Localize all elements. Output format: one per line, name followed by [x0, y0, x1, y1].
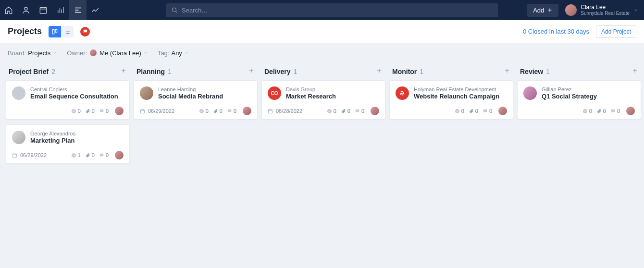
project-title: Market Research	[286, 93, 336, 100]
svg-point-7	[72, 153, 76, 157]
tag-filter-label: Tag:	[158, 49, 170, 57]
kanban-board: Project Brief2Central CopiersEmail Seque…	[0, 62, 644, 174]
card-stats: 000	[199, 107, 251, 115]
project-title: Q1 Social Strategy	[542, 93, 597, 100]
add-card-button[interactable]	[248, 67, 255, 75]
trend-icon[interactable]	[87, 0, 104, 20]
card-head: みHolyman Real Estate DevelopmentWebsite …	[396, 86, 507, 100]
client-avatar	[12, 131, 25, 144]
bars-icon[interactable]	[52, 0, 69, 20]
svg-point-11	[327, 109, 332, 113]
tasks-stat: 1	[71, 152, 81, 158]
assignee-avatar	[626, 107, 635, 115]
client-name: George Alexandros	[30, 131, 75, 136]
board-column: Project Brief2Central CopiersEmail Seque…	[6, 62, 130, 169]
board-filter-label: Board:	[8, 49, 26, 57]
project-title: Email Sequence Consultation	[30, 93, 118, 100]
column-name: Monitor	[392, 68, 417, 75]
calendar-icon[interactable]	[35, 0, 52, 20]
chat-badge[interactable]	[80, 27, 90, 37]
add-card-button[interactable]	[504, 67, 510, 75]
svg-rect-6	[12, 154, 16, 157]
user-org: Sunnydale Real Estate	[581, 11, 630, 16]
card-head: Central CopiersEmail Sequence Consultati…	[12, 86, 124, 100]
add-button[interactable]: Add	[527, 4, 558, 17]
closed-link[interactable]: 0 Closed in last 30 days	[523, 28, 589, 35]
board-column: Delivery1CODavis GroupMarket Research08/…	[261, 62, 385, 169]
search-icon	[171, 7, 178, 13]
card-stats: 000	[455, 107, 507, 115]
add-project-button[interactable]: Add Project	[596, 25, 636, 38]
column-name: Review	[520, 68, 543, 75]
card-foot: 08/28/2022000	[268, 107, 379, 115]
filter-bar: Board: Projects Owner: Me (Clara Lee) Ta…	[0, 43, 644, 62]
add-card-button[interactable]	[376, 67, 383, 75]
project-card[interactable]: George AlexandrosMarketing Plan06/29/202…	[6, 124, 130, 164]
card-head: George AlexandrosMarketing Plan	[12, 131, 124, 144]
files-stat: 0	[85, 152, 95, 158]
owner-filter[interactable]: Owner: Me (Clara Lee)	[67, 49, 148, 57]
owner-filter-label: Owner:	[67, 49, 87, 57]
user-menu[interactable]: Clara Lee Sunnydale Real Estate	[565, 4, 638, 16]
card-head: Gillian PerezQ1 Social Strategy	[523, 86, 635, 100]
project-card[interactable]: Leanne HardingSocial Media Rebrand06/29/…	[134, 80, 258, 120]
comments-stat: 0	[610, 108, 620, 114]
add-label: Add	[533, 7, 544, 14]
board-icon[interactable]	[69, 0, 87, 20]
column-count: 1	[168, 68, 172, 75]
view-toggle	[49, 26, 74, 37]
card-stats: 000	[582, 107, 635, 115]
search-input[interactable]	[182, 7, 493, 14]
add-card-button[interactable]	[120, 67, 127, 75]
card-stats: 000	[71, 107, 124, 115]
client-avatar	[140, 86, 153, 100]
project-card[interactable]: Central CopiersEmail Sequence Consultati…	[6, 80, 130, 120]
files-stat: 0	[213, 108, 223, 114]
svg-rect-4	[55, 29, 57, 32]
card-date: 08/28/2022	[268, 108, 302, 114]
tasks-stat: 0	[455, 108, 464, 114]
list-view-button[interactable]	[61, 26, 74, 37]
svg-point-0	[25, 7, 27, 10]
tag-filter[interactable]: Tag: Any	[158, 49, 189, 57]
svg-rect-10	[268, 110, 272, 113]
project-card[interactable]: Gillian PerezQ1 Social Strategy000	[517, 80, 641, 120]
column-count: 2	[51, 68, 55, 75]
comments-stat: 0	[483, 108, 492, 114]
svg-rect-1	[40, 8, 47, 13]
add-card-button[interactable]	[632, 67, 638, 75]
project-card[interactable]: CODavis GroupMarket Research08/28/202200…	[261, 80, 385, 120]
top-nav: Add Clara Lee Sunnydale Real Estate	[0, 0, 644, 20]
svg-point-12	[455, 109, 459, 113]
user-avatar	[565, 4, 577, 16]
page-header: Projects 0 Closed in last 30 days Add Pr…	[0, 20, 644, 43]
home-icon[interactable]	[0, 0, 17, 20]
chat-icon	[83, 29, 88, 34]
tasks-stat: 0	[582, 108, 592, 114]
kanban-view-button[interactable]	[49, 26, 61, 37]
client-avatar: み	[396, 86, 409, 100]
column-name: Delivery	[264, 68, 290, 75]
card-head: CODavis GroupMarket Research	[268, 86, 379, 100]
person-icon[interactable]	[17, 0, 35, 20]
column-header: Delivery1	[261, 62, 385, 80]
column-count: 1	[546, 68, 550, 75]
board-column: Monitor1みHolyman Real Estate Development…	[389, 62, 513, 169]
column-count: 1	[293, 68, 297, 75]
client-name: Davis Group	[286, 86, 336, 92]
tasks-stat: 0	[199, 108, 209, 114]
card-foot: 000	[12, 107, 124, 115]
svg-rect-3	[52, 29, 54, 34]
project-card[interactable]: みHolyman Real Estate DevelopmentWebsite …	[389, 80, 513, 120]
board-filter[interactable]: Board: Projects	[8, 49, 57, 57]
files-stat: 0	[469, 108, 478, 114]
column-header: Planning1	[134, 62, 258, 80]
search-field[interactable]	[166, 3, 498, 17]
column-header: Monitor1	[389, 62, 513, 80]
client-name: Leanne Harding	[158, 86, 223, 92]
svg-point-2	[172, 8, 176, 12]
tasks-stat: 0	[327, 108, 336, 114]
column-name: Project Brief	[9, 68, 49, 75]
tasks-stat: 0	[71, 108, 81, 114]
plus-icon	[547, 7, 553, 13]
